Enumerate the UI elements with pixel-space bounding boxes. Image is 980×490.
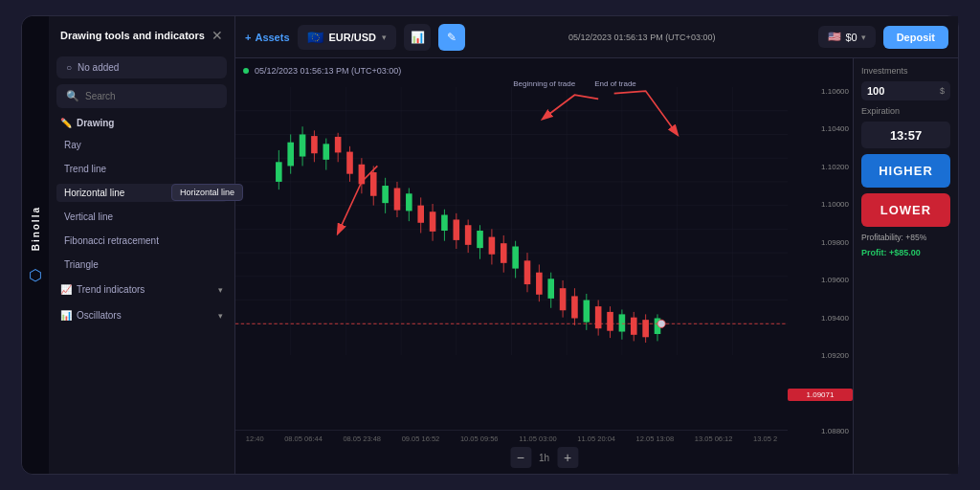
time-7: 12.05 13:08 — [636, 434, 675, 443]
svg-rect-26 — [311, 136, 318, 153]
price-label-4: 1.09800 — [791, 238, 849, 247]
triangle-item[interactable]: Triangle — [56, 256, 227, 274]
pencil-tool-icon: ✎ — [447, 31, 457, 44]
fibonacci-item[interactable]: Fibonacci retracement — [56, 232, 227, 250]
price-axis: 1.10600 1.10400 1.10200 1.10000 1.09800 … — [788, 58, 853, 474]
oscillators-icon: 📊 — [60, 310, 72, 321]
profitability-label: Profitability: +85% — [861, 233, 926, 242]
drawing-tools-button[interactable]: ✎ — [438, 24, 465, 51]
zoom-out-button[interactable]: − — [510, 447, 531, 468]
svg-rect-68 — [560, 288, 567, 310]
lower-button[interactable]: LOWER — [861, 193, 950, 227]
panel-title: Drawing tools and indicators — [60, 30, 205, 41]
svg-rect-42 — [406, 193, 412, 211]
svg-rect-76 — [607, 312, 613, 331]
price-label-7: 1.09200 — [791, 351, 849, 360]
expiry-time: 13:57 — [890, 128, 922, 143]
panel-header: Drawing tools and indicators ✕ — [56, 28, 227, 43]
svg-rect-24 — [300, 134, 306, 156]
investments-label: Investments — [861, 66, 950, 76]
vertical-line-item[interactable]: Vertical line — [56, 208, 227, 226]
asset-selector[interactable]: 🇪🇺 EUR/USD ▾ — [298, 25, 397, 50]
svg-rect-44 — [417, 206, 424, 223]
time-5: 11.05 03:00 — [519, 434, 557, 443]
balance-badge[interactable]: 🇺🇸 $0 ▾ — [818, 26, 875, 48]
drawing-tools-panel: Drawing tools and indicators ✕ ○ No adde… — [49, 16, 235, 474]
svg-rect-66 — [547, 278, 554, 299]
time-8: 13.05 06:12 — [695, 434, 733, 443]
plus-icon: + — [245, 32, 251, 43]
trend-icon: 📈 — [60, 284, 72, 295]
chart-main: 05/12/2023 01:56:13 PM (UTC+03:00) Begin… — [235, 58, 853, 474]
trend-indicators-section[interactable]: 📈 Trend indicators ▾ — [56, 279, 227, 300]
asset-flag: 🇪🇺 — [307, 30, 323, 45]
horizontal-line-item[interactable]: Horizontal line Horizontal line — [56, 184, 227, 202]
svg-rect-50 — [454, 219, 460, 239]
investment-row[interactable]: 100 $ — [861, 81, 950, 100]
expiry-display: 13:57 — [861, 122, 950, 148]
profitability-row: Profitability: +85% — [861, 233, 950, 242]
time-0: 12:40 — [246, 434, 264, 443]
asset-dropdown-icon: ▾ — [382, 33, 387, 42]
svg-rect-20 — [276, 162, 282, 182]
brand-name: Binolla — [31, 206, 41, 251]
search-icon: 🔍 — [66, 90, 79, 102]
right-panel: Investments 100 $ Expiration 13:57 HIGHE… — [853, 58, 958, 474]
profit-row: Profit: +$85.00 — [861, 248, 950, 257]
trend-line-item[interactable]: Trend line — [56, 160, 227, 178]
time-9: 13.05 2 — [753, 434, 777, 443]
investment-currency: $ — [940, 86, 945, 96]
oscillators-chevron-icon: ▾ — [218, 311, 223, 321]
time-1: 08.05 06:44 — [284, 434, 323, 443]
price-label-2: 1.10200 — [791, 163, 849, 171]
deposit-button[interactable]: Deposit — [883, 26, 948, 49]
chart-datetime: 05/12/2023 01:56:13 PM (UTC+03:00) — [255, 66, 401, 76]
zoom-in-button[interactable]: + — [557, 447, 578, 468]
us-flag: 🇺🇸 — [828, 31, 841, 43]
pencil-icon: ✏️ — [60, 118, 72, 128]
svg-rect-52 — [465, 225, 472, 245]
svg-rect-80 — [631, 318, 637, 335]
svg-rect-72 — [584, 301, 590, 323]
candlestick-chart — [235, 87, 788, 355]
svg-rect-60 — [512, 247, 519, 269]
zoom-controls: − 1h + — [510, 447, 578, 468]
svg-rect-82 — [642, 320, 649, 337]
higher-button[interactable]: HIGHER — [861, 154, 950, 188]
price-label-0: 1.10600 — [791, 87, 849, 96]
close-panel-button[interactable]: ✕ — [212, 28, 223, 43]
datetime-display: 05/12/2023 01:56:13 PM (UTC+03:00) — [568, 33, 715, 42]
chart-wrapper: 05/12/2023 01:56:13 PM (UTC+03:00) Begin… — [235, 58, 958, 474]
chart-info-bar: 05/12/2023 01:56:13 PM (UTC+03:00) — [243, 66, 401, 76]
svg-rect-30 — [335, 137, 342, 152]
svg-rect-48 — [441, 215, 448, 231]
time-6: 11.05 20:04 — [577, 434, 615, 443]
svg-rect-28 — [323, 144, 329, 159]
balance-amount: $0 — [845, 32, 857, 43]
profit-value: Profit: +$85.00 — [861, 248, 921, 257]
time-2: 08.05 23:48 — [343, 434, 381, 443]
time-4: 10.05 09:56 — [460, 434, 499, 443]
main-frame: Binolla ⬡ Drawing tools and indicators ✕… — [21, 15, 959, 475]
bar-chart-icon: 📊 — [411, 31, 425, 44]
price-label-10: 1.08800 — [791, 427, 849, 435]
svg-rect-54 — [477, 231, 483, 248]
svg-rect-36 — [370, 172, 377, 196]
svg-rect-78 — [619, 314, 626, 331]
search-input[interactable] — [85, 91, 217, 101]
svg-rect-62 — [524, 260, 531, 284]
trend-chevron-icon: ▾ — [218, 285, 223, 295]
svg-rect-38 — [382, 186, 389, 203]
zoom-level: 1h — [539, 453, 549, 463]
svg-rect-40 — [394, 189, 401, 211]
online-indicator — [243, 68, 249, 74]
ray-item[interactable]: Ray — [56, 136, 227, 154]
expiration-label: Expiration — [861, 106, 950, 116]
brand-logo: ⬡ — [29, 266, 42, 284]
oscillators-section[interactable]: 📊 Oscillators ▾ — [56, 305, 227, 325]
price-label-6: 1.09400 — [791, 314, 849, 323]
price-label-5: 1.09600 — [791, 276, 849, 284]
search-box[interactable]: 🔍 — [56, 84, 227, 108]
chart-type-button[interactable]: 📊 — [404, 24, 431, 51]
brand-sidebar: Binolla ⬡ — [22, 16, 49, 474]
